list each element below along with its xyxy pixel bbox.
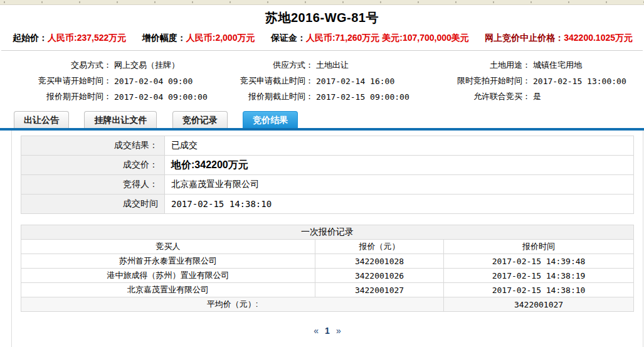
page-prev-button[interactable]: «: [314, 326, 319, 336]
info-label: 供应方式：: [226, 60, 314, 71]
first-round-bid-table: 一次报价记录 竞买人 报价（元） 报价时间 苏州首开永泰置业有限公司 34220…: [21, 225, 634, 312]
info-value: 土地出让: [314, 60, 349, 71]
table-row: 北京嘉茂置业有限公司 3422001027 2017-02-15 14:38:1…: [21, 283, 634, 297]
table-row: 竞得人： 北京嘉茂置业有限公司: [21, 175, 634, 195]
col-header-price: 报价（元）: [315, 240, 443, 254]
info-value: 2017-02-04 09:00:00: [112, 92, 208, 102]
start-price-value: 人民币:237,522万元: [48, 33, 126, 43]
info-label: 交易方式：: [0, 60, 112, 71]
info-value: 是: [531, 91, 541, 102]
info-quote-start: 报价期开始时间： 2017-02-04 09:00:00: [0, 90, 226, 104]
bid-time: 2017-02-15 14:39:48: [444, 254, 634, 269]
table-title-row: 一次报价记录: [21, 225, 634, 240]
average-price-label: 平均价（元）:: [21, 297, 444, 312]
result-value: 已成交: [165, 136, 634, 156]
page-number-current[interactable]: 1: [325, 326, 330, 336]
info-apply-end: 竞买申请截止时间： 2017-02-14 16:00: [226, 74, 439, 88]
info-quote-end: 报价期截止时间： 2017-02-15 09:00:00: [226, 90, 439, 104]
stop-price-label: 网上竞价中止价格：: [485, 33, 564, 43]
bidder-name: 北京嘉茂置业有限公司: [21, 283, 315, 297]
increment-value: 人民币:2,000万元: [186, 33, 255, 43]
average-price-row: 平均价（元）: 3422001027: [21, 297, 634, 312]
auction-info-grid: 交易方式： 网上交易（挂牌） 供应方式： 土地出让 土地用途： 城镇住宅用地 竞…: [0, 51, 644, 110]
info-label: 竞买申请截止时间：: [226, 75, 314, 87]
deal-price-value: 地价:342200万元: [165, 156, 634, 175]
info-value: 2017-02-15 09:00:00: [314, 92, 409, 102]
tab-content-panel: 成交结果： 已成交 成交价： 地价:342200万元 竞得人： 北京嘉茂置业有限…: [11, 131, 643, 347]
result-label: 竞得人：: [21, 175, 165, 195]
table-row: 港中旅成得（苏州）置业有限公司 3422001026 2017-02-15 14…: [21, 269, 634, 283]
bidder-name: 港中旅成得（苏州）置业有限公司: [21, 269, 315, 283]
start-price-label: 起始价：: [13, 33, 48, 43]
bidder-name: 苏州首开永泰置业有限公司: [21, 254, 315, 269]
deal-time-value: 2017-02-15 14:38:10: [165, 195, 634, 214]
result-label: 成交结果：: [21, 136, 165, 156]
deal-result-table: 成交结果： 已成交 成交价： 地价:342200万元 竞得人： 北京嘉茂置业有限…: [21, 136, 634, 214]
info-value: 网上交易（挂牌）: [112, 60, 179, 71]
online-stop-price: 网上竞价中止价格：342200.1025万元: [485, 33, 633, 44]
info-value: 2017-02-14 16:00: [314, 77, 394, 86]
info-label: 土地用途：: [439, 60, 531, 71]
result-label: 成交时间: [21, 195, 165, 214]
col-header-bidder: 竞买人: [21, 240, 315, 254]
pagination: «1»: [21, 326, 634, 336]
tab-listing-documents[interactable]: 挂牌出让文件: [84, 111, 157, 128]
bid-price: 3422001027: [315, 283, 443, 297]
info-land-use: 土地用途： 城镇住宅用地: [439, 58, 644, 72]
tab-bid-result[interactable]: 竞价结果: [243, 111, 298, 128]
table-row: 苏州首开永泰置业有限公司 3422001028 2017-02-15 14:39…: [21, 254, 634, 269]
info-supply-method: 供应方式： 土地出让: [226, 58, 439, 72]
tab-bar: 出让公告 挂牌出让文件 竞价记录 竞价结果: [0, 111, 644, 128]
table-row: 成交结果： 已成交: [21, 136, 634, 156]
info-apply-start: 竞买申请开始时间： 2017-02-04 09:00: [0, 74, 226, 88]
page-title: 苏地2016-WG-81号: [0, 5, 644, 30]
bid-price: 3422001026: [315, 269, 443, 283]
info-label: 报价期开始时间：: [0, 91, 112, 102]
table-row: 成交价： 地价:342200万元: [21, 156, 634, 175]
info-label: 报价期截止时间：: [226, 91, 314, 102]
stop-price-value: 342200.1025万元: [564, 33, 633, 43]
winner-value: 北京嘉茂置业有限公司: [165, 175, 634, 195]
table-row: 成交时间 2017-02-15 14:38:10: [21, 195, 634, 214]
bid-time: 2017-02-15 14:38:19: [444, 269, 634, 283]
info-value: 城镇住宅用地: [531, 60, 582, 71]
tab-sale-announcement[interactable]: 出让公告: [14, 111, 69, 128]
table-header-row: 竞买人 报价（元） 报价时间: [21, 240, 634, 254]
info-label: 允许联合竞买：: [439, 91, 531, 102]
browser-toolbar-remnant: [0, 0, 644, 5]
result-label: 成交价：: [21, 156, 165, 175]
page-next-button[interactable]: »: [336, 326, 341, 336]
increment-amount: 增价幅度：人民币:2,000万元: [142, 33, 255, 44]
increment-label: 增价幅度：: [142, 33, 186, 43]
info-timed-auction-start: 限时竞拍开始时间： 2017-02-15 13:00:00: [439, 74, 644, 88]
deposit-value: 人民币:71,260万元 美元:107,700,000美元: [306, 33, 469, 43]
bid-table-title: 一次报价记录: [21, 225, 634, 240]
info-value: 2017-02-04 09:00: [112, 77, 193, 86]
deposit: 保证金：人民币:71,260万元 美元:107,700,000美元: [271, 33, 469, 44]
info-label: 限时竞拍开始时间：: [439, 75, 531, 87]
price-summary-bar: 起始价：人民币:237,522万元 增价幅度：人民币:2,000万元 保证金：人…: [0, 30, 644, 50]
bid-price: 3422001028: [315, 254, 443, 269]
info-value: 2017-02-15 13:00:00: [531, 77, 626, 86]
deposit-label: 保证金：: [271, 33, 306, 43]
tab-bid-records[interactable]: 竞价记录: [172, 111, 228, 128]
start-price: 起始价：人民币:237,522万元: [13, 33, 126, 44]
bid-time: 2017-02-15 14:38:10: [444, 283, 634, 297]
average-price-value: 3422001027: [444, 297, 634, 312]
info-label: 竞买申请开始时间：: [0, 75, 112, 87]
info-joint-bid-allowed: 允许联合竞买： 是: [439, 90, 644, 104]
col-header-time: 报价时间: [444, 240, 634, 254]
info-trade-method: 交易方式： 网上交易（挂牌）: [0, 58, 226, 72]
